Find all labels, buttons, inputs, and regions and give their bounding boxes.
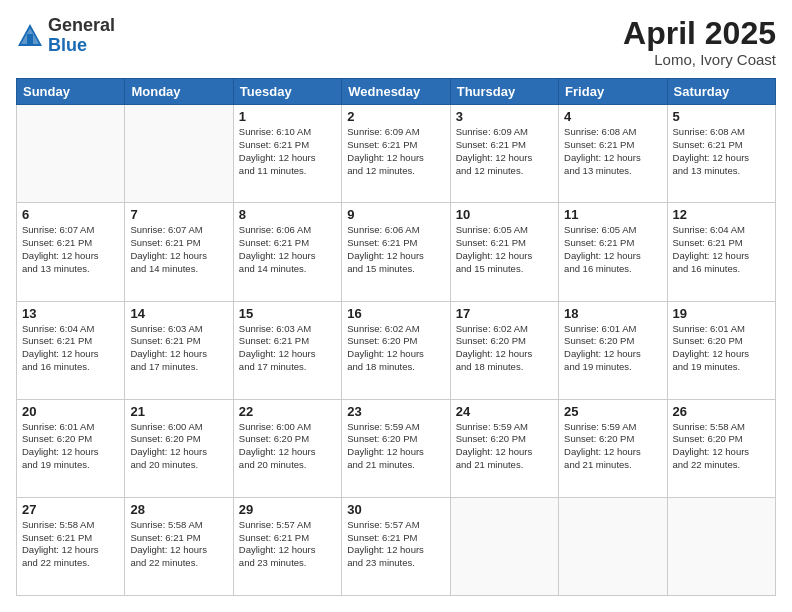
calendar-day-cell: 8Sunrise: 6:06 AM Sunset: 6:21 PM Daylig… — [233, 203, 341, 301]
svg-rect-2 — [27, 34, 33, 44]
calendar-table: Sunday Monday Tuesday Wednesday Thursday… — [16, 78, 776, 596]
day-number: 2 — [347, 109, 444, 124]
col-tuesday: Tuesday — [233, 79, 341, 105]
col-saturday: Saturday — [667, 79, 775, 105]
calendar-day-cell: 13Sunrise: 6:04 AM Sunset: 6:21 PM Dayli… — [17, 301, 125, 399]
calendar-day-cell — [667, 497, 775, 595]
calendar-day-cell: 29Sunrise: 5:57 AM Sunset: 6:21 PM Dayli… — [233, 497, 341, 595]
calendar-day-cell: 7Sunrise: 6:07 AM Sunset: 6:21 PM Daylig… — [125, 203, 233, 301]
calendar-day-cell: 6Sunrise: 6:07 AM Sunset: 6:21 PM Daylig… — [17, 203, 125, 301]
logo-general: General — [48, 15, 115, 35]
day-number: 8 — [239, 207, 336, 222]
calendar-day-cell: 5Sunrise: 6:08 AM Sunset: 6:21 PM Daylig… — [667, 105, 775, 203]
day-number: 9 — [347, 207, 444, 222]
day-info: Sunrise: 6:02 AM Sunset: 6:20 PM Dayligh… — [456, 323, 553, 374]
day-info: Sunrise: 6:03 AM Sunset: 6:21 PM Dayligh… — [130, 323, 227, 374]
day-info: Sunrise: 6:01 AM Sunset: 6:20 PM Dayligh… — [673, 323, 770, 374]
calendar-day-cell: 20Sunrise: 6:01 AM Sunset: 6:20 PM Dayli… — [17, 399, 125, 497]
day-number: 13 — [22, 306, 119, 321]
day-info: Sunrise: 6:01 AM Sunset: 6:20 PM Dayligh… — [22, 421, 119, 472]
calendar-day-cell: 27Sunrise: 5:58 AM Sunset: 6:21 PM Dayli… — [17, 497, 125, 595]
calendar-day-cell: 24Sunrise: 5:59 AM Sunset: 6:20 PM Dayli… — [450, 399, 558, 497]
calendar-week-row: 27Sunrise: 5:58 AM Sunset: 6:21 PM Dayli… — [17, 497, 776, 595]
day-info: Sunrise: 6:00 AM Sunset: 6:20 PM Dayligh… — [239, 421, 336, 472]
calendar-header-row: Sunday Monday Tuesday Wednesday Thursday… — [17, 79, 776, 105]
title-block: April 2025 Lomo, Ivory Coast — [623, 16, 776, 68]
calendar-week-row: 13Sunrise: 6:04 AM Sunset: 6:21 PM Dayli… — [17, 301, 776, 399]
logo-blue: Blue — [48, 35, 87, 55]
calendar-day-cell: 9Sunrise: 6:06 AM Sunset: 6:21 PM Daylig… — [342, 203, 450, 301]
day-number: 27 — [22, 502, 119, 517]
day-info: Sunrise: 5:58 AM Sunset: 6:20 PM Dayligh… — [673, 421, 770, 472]
day-info: Sunrise: 6:00 AM Sunset: 6:20 PM Dayligh… — [130, 421, 227, 472]
calendar-day-cell: 19Sunrise: 6:01 AM Sunset: 6:20 PM Dayli… — [667, 301, 775, 399]
day-number: 17 — [456, 306, 553, 321]
day-info: Sunrise: 5:58 AM Sunset: 6:21 PM Dayligh… — [130, 519, 227, 570]
col-monday: Monday — [125, 79, 233, 105]
logo: General Blue — [16, 16, 115, 56]
col-wednesday: Wednesday — [342, 79, 450, 105]
day-info: Sunrise: 6:07 AM Sunset: 6:21 PM Dayligh… — [130, 224, 227, 275]
day-info: Sunrise: 5:58 AM Sunset: 6:21 PM Dayligh… — [22, 519, 119, 570]
calendar-day-cell: 3Sunrise: 6:09 AM Sunset: 6:21 PM Daylig… — [450, 105, 558, 203]
page: General Blue April 2025 Lomo, Ivory Coas… — [0, 0, 792, 612]
day-info: Sunrise: 6:04 AM Sunset: 6:21 PM Dayligh… — [673, 224, 770, 275]
day-number: 15 — [239, 306, 336, 321]
header: General Blue April 2025 Lomo, Ivory Coas… — [16, 16, 776, 68]
calendar-day-cell — [559, 497, 667, 595]
logo-text: General Blue — [48, 16, 115, 56]
day-info: Sunrise: 6:04 AM Sunset: 6:21 PM Dayligh… — [22, 323, 119, 374]
calendar-day-cell: 17Sunrise: 6:02 AM Sunset: 6:20 PM Dayli… — [450, 301, 558, 399]
day-number: 12 — [673, 207, 770, 222]
day-info: Sunrise: 6:06 AM Sunset: 6:21 PM Dayligh… — [347, 224, 444, 275]
day-number: 5 — [673, 109, 770, 124]
day-number: 20 — [22, 404, 119, 419]
day-number: 29 — [239, 502, 336, 517]
calendar-week-row: 20Sunrise: 6:01 AM Sunset: 6:20 PM Dayli… — [17, 399, 776, 497]
day-number: 23 — [347, 404, 444, 419]
title-location: Lomo, Ivory Coast — [623, 51, 776, 68]
day-info: Sunrise: 6:08 AM Sunset: 6:21 PM Dayligh… — [673, 126, 770, 177]
day-info: Sunrise: 6:01 AM Sunset: 6:20 PM Dayligh… — [564, 323, 661, 374]
day-info: Sunrise: 6:06 AM Sunset: 6:21 PM Dayligh… — [239, 224, 336, 275]
calendar-day-cell: 14Sunrise: 6:03 AM Sunset: 6:21 PM Dayli… — [125, 301, 233, 399]
day-info: Sunrise: 5:57 AM Sunset: 6:21 PM Dayligh… — [239, 519, 336, 570]
calendar-day-cell: 2Sunrise: 6:09 AM Sunset: 6:21 PM Daylig… — [342, 105, 450, 203]
calendar-day-cell: 21Sunrise: 6:00 AM Sunset: 6:20 PM Dayli… — [125, 399, 233, 497]
day-info: Sunrise: 6:09 AM Sunset: 6:21 PM Dayligh… — [347, 126, 444, 177]
day-number: 22 — [239, 404, 336, 419]
day-info: Sunrise: 5:59 AM Sunset: 6:20 PM Dayligh… — [347, 421, 444, 472]
logo-icon — [16, 22, 44, 50]
col-friday: Friday — [559, 79, 667, 105]
day-info: Sunrise: 6:09 AM Sunset: 6:21 PM Dayligh… — [456, 126, 553, 177]
day-info: Sunrise: 6:05 AM Sunset: 6:21 PM Dayligh… — [564, 224, 661, 275]
calendar-day-cell: 11Sunrise: 6:05 AM Sunset: 6:21 PM Dayli… — [559, 203, 667, 301]
day-number: 30 — [347, 502, 444, 517]
calendar-day-cell — [125, 105, 233, 203]
calendar-day-cell: 10Sunrise: 6:05 AM Sunset: 6:21 PM Dayli… — [450, 203, 558, 301]
calendar-day-cell: 26Sunrise: 5:58 AM Sunset: 6:20 PM Dayli… — [667, 399, 775, 497]
title-month: April 2025 — [623, 16, 776, 51]
calendar-day-cell: 16Sunrise: 6:02 AM Sunset: 6:20 PM Dayli… — [342, 301, 450, 399]
calendar-day-cell: 4Sunrise: 6:08 AM Sunset: 6:21 PM Daylig… — [559, 105, 667, 203]
day-number: 10 — [456, 207, 553, 222]
day-number: 1 — [239, 109, 336, 124]
day-info: Sunrise: 5:57 AM Sunset: 6:21 PM Dayligh… — [347, 519, 444, 570]
day-info: Sunrise: 6:08 AM Sunset: 6:21 PM Dayligh… — [564, 126, 661, 177]
day-info: Sunrise: 6:05 AM Sunset: 6:21 PM Dayligh… — [456, 224, 553, 275]
day-info: Sunrise: 5:59 AM Sunset: 6:20 PM Dayligh… — [456, 421, 553, 472]
day-number: 25 — [564, 404, 661, 419]
calendar-week-row: 1Sunrise: 6:10 AM Sunset: 6:21 PM Daylig… — [17, 105, 776, 203]
day-number: 26 — [673, 404, 770, 419]
calendar-day-cell: 18Sunrise: 6:01 AM Sunset: 6:20 PM Dayli… — [559, 301, 667, 399]
col-thursday: Thursday — [450, 79, 558, 105]
calendar-day-cell: 30Sunrise: 5:57 AM Sunset: 6:21 PM Dayli… — [342, 497, 450, 595]
day-info: Sunrise: 5:59 AM Sunset: 6:20 PM Dayligh… — [564, 421, 661, 472]
day-info: Sunrise: 6:10 AM Sunset: 6:21 PM Dayligh… — [239, 126, 336, 177]
day-info: Sunrise: 6:03 AM Sunset: 6:21 PM Dayligh… — [239, 323, 336, 374]
col-sunday: Sunday — [17, 79, 125, 105]
day-info: Sunrise: 6:07 AM Sunset: 6:21 PM Dayligh… — [22, 224, 119, 275]
calendar-day-cell: 15Sunrise: 6:03 AM Sunset: 6:21 PM Dayli… — [233, 301, 341, 399]
day-number: 3 — [456, 109, 553, 124]
calendar-day-cell — [450, 497, 558, 595]
